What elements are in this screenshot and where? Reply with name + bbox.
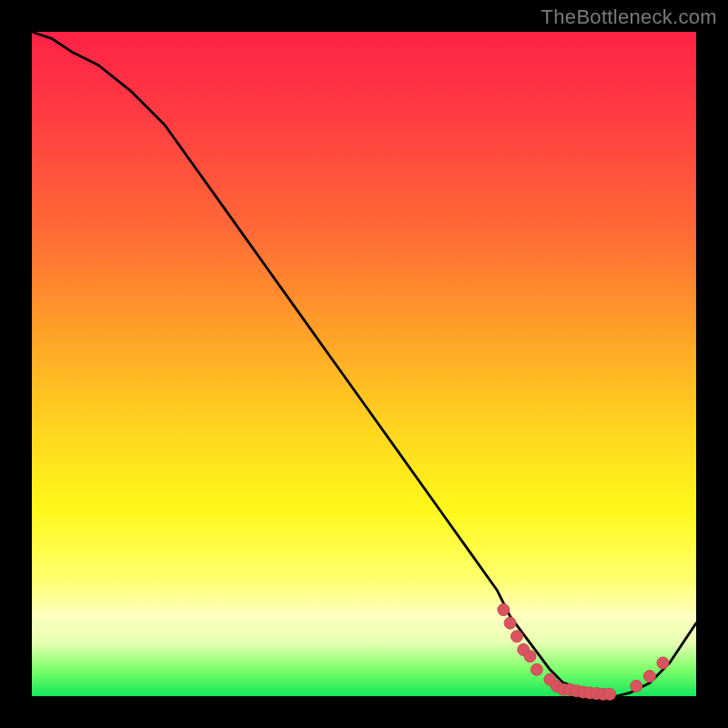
marker-dot <box>504 617 516 629</box>
marker-dot <box>643 671 655 682</box>
marker-dot <box>531 663 542 675</box>
watermark-text: TheBottleneck.com <box>541 5 717 29</box>
marker-dot <box>524 651 536 662</box>
chart-frame: TheBottleneck.com <box>0 0 728 728</box>
marker-dot <box>604 688 616 700</box>
marker-dot <box>631 681 642 693</box>
plot-area <box>32 32 696 696</box>
curve-line <box>32 32 696 696</box>
marker-dot <box>657 657 669 669</box>
chart-svg <box>32 32 696 696</box>
marker-dot <box>511 631 522 642</box>
marker-dot <box>498 604 510 616</box>
